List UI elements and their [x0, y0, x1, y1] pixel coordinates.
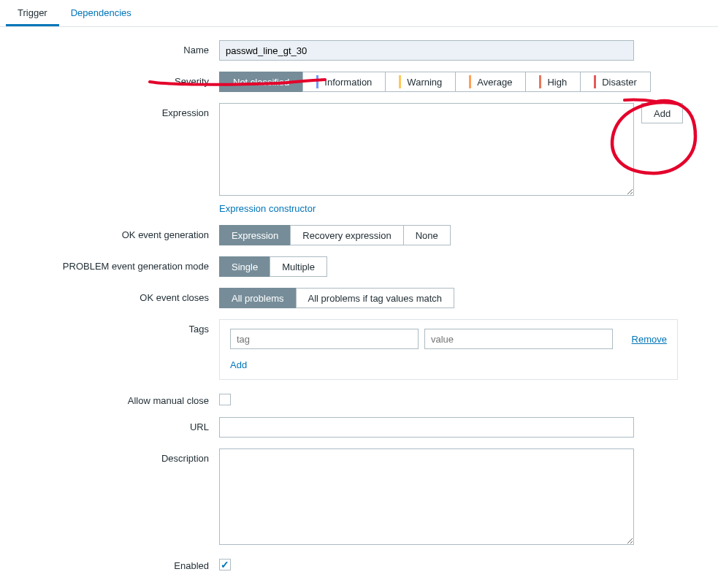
tag-name-input[interactable] [230, 329, 419, 349]
expression-textarea[interactable] [219, 103, 634, 196]
label-ok-event-generation: OK event generation [7, 225, 219, 240]
label-severity: Severity [7, 72, 219, 87]
ok-event-closes-group: All problems All problems if tag values … [219, 288, 454, 308]
tab-trigger[interactable]: Trigger [6, 0, 59, 26]
severity-not-classified[interactable]: Not classified [219, 72, 303, 92]
problem-mode-multiple[interactable]: Multiple [270, 256, 327, 277]
problem-mode-single[interactable]: Single [219, 256, 270, 277]
ok-gen-recovery[interactable]: Recovery expression [290, 225, 403, 245]
label-expression: Expression [7, 103, 219, 118]
severity-average[interactable]: Average [455, 72, 526, 92]
severity-warning-label: Warning [407, 77, 442, 88]
severity-warning-marker [399, 75, 401, 88]
label-name: Name [7, 40, 219, 56]
description-textarea[interactable] [219, 448, 634, 545]
problem-mode-group: Single Multiple [219, 256, 327, 277]
add-tag-link[interactable]: Add [230, 359, 247, 370]
label-problem-mode: PROBLEM event generation mode [7, 256, 219, 272]
severity-high[interactable]: High [525, 72, 581, 92]
ok-closes-tag-match[interactable]: All problems if tag values match [296, 288, 455, 308]
ok-closes-all[interactable]: All problems [219, 288, 297, 308]
severity-high-marker [539, 75, 541, 88]
tabs-bar: Trigger Dependencies [0, 0, 718, 27]
severity-average-marker [469, 75, 471, 88]
url-input[interactable] [219, 417, 634, 438]
remove-tag-link[interactable]: Remove [632, 334, 667, 345]
label-enabled: Enabled [7, 556, 219, 571]
label-ok-event-closes: OK event closes [7, 288, 219, 303]
severity-group: Not classified Information Warning Avera… [219, 72, 651, 92]
enabled-checkbox[interactable] [219, 559, 231, 570]
trigger-form: Name Severity Not classified Information… [0, 27, 718, 588]
tags-container: Remove Add [219, 319, 678, 380]
severity-disaster[interactable]: Disaster [580, 72, 651, 92]
label-tags: Tags [7, 319, 219, 335]
severity-warning[interactable]: Warning [385, 72, 456, 92]
ok-event-generation-group: Expression Recovery expression None [219, 225, 451, 245]
ok-gen-expression[interactable]: Expression [219, 225, 291, 245]
tab-dependencies[interactable]: Dependencies [59, 0, 143, 26]
severity-high-label: High [547, 77, 567, 88]
ok-gen-none[interactable]: None [403, 225, 451, 245]
severity-information-marker [316, 75, 318, 88]
severity-information[interactable]: Information [302, 72, 386, 92]
severity-average-label: Average [477, 77, 512, 88]
tag-row: Remove [230, 329, 667, 349]
severity-information-label: Information [324, 77, 372, 88]
name-input[interactable] [219, 40, 634, 61]
label-allow-manual-close: Allow manual close [7, 391, 219, 406]
tag-value-input[interactable] [424, 329, 613, 349]
label-url: URL [7, 417, 219, 432]
expression-constructor-link[interactable]: Expression constructor [219, 203, 316, 214]
label-description: Description [7, 448, 219, 464]
severity-disaster-marker [594, 75, 596, 88]
severity-disaster-label: Disaster [602, 77, 637, 88]
add-expression-button[interactable]: Add [641, 103, 683, 123]
allow-manual-close-checkbox[interactable] [219, 394, 231, 405]
